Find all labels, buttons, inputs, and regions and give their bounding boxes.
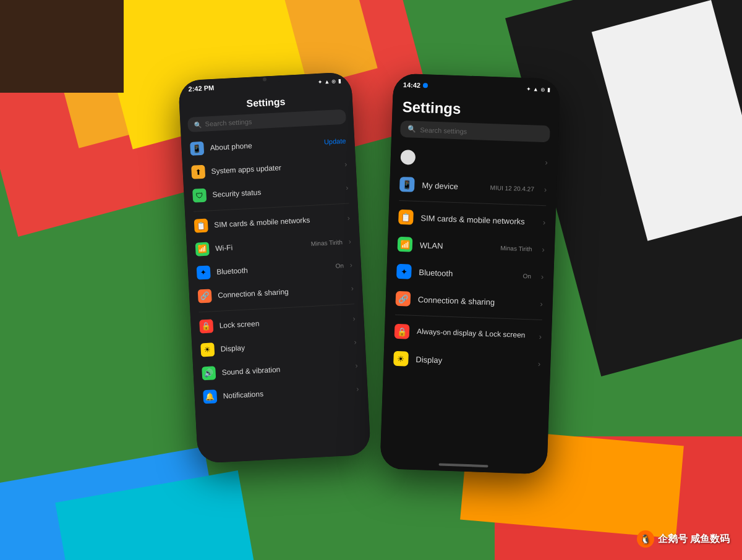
right-bluetooth-value: On — [522, 272, 531, 279]
watermark-icon: 🐧 — [637, 530, 654, 548]
display-label: Display — [220, 338, 348, 354]
left-search-placeholder: Search settings — [205, 118, 252, 128]
right-bluetooth-icon: ✦ — [526, 86, 531, 92]
left-search-icon: 🔍 — [194, 121, 202, 128]
circle-arrow: › — [545, 158, 548, 167]
about-phone-label: About phone — [210, 138, 318, 152]
lockscreen-arrow: › — [352, 314, 356, 323]
right-wifi-icon: ⊛ — [540, 87, 545, 93]
right-sim-label: SIM cards & mobile networks — [420, 213, 533, 226]
right-sim-icon: 📋 — [398, 210, 414, 225]
about-phone-icon: 📱 — [190, 142, 204, 156]
notifications-label: Notifications — [223, 385, 350, 401]
right-connection-label: Connection & sharing — [418, 295, 531, 308]
sound-label: Sound & vibration — [221, 362, 349, 377]
bluetooth-label: Bluetooth — [216, 261, 330, 276]
right-status-icons: ✦ ▲ ⊛ ▮ — [526, 86, 550, 93]
mydevice-version: MIUI 12 20.4.27 — [490, 184, 534, 192]
bluetooth-icon: ✦ — [317, 79, 323, 85]
left-section-3: 🔒 Lock screen › ☀ Display › — [190, 307, 369, 409]
security-icon: 🛡 — [192, 189, 207, 203]
sim-label: SIM cards & mobile networks — [214, 214, 341, 229]
right-aod-icon: 🔒 — [394, 324, 410, 339]
right-home-indicator[interactable] — [438, 463, 488, 467]
left-screen-content: Settings 🔍 Search settings 📱 About phone — [179, 87, 371, 464]
sim-text: SIM cards & mobile networks — [214, 214, 341, 229]
notifications-text: Notifications — [223, 385, 350, 401]
sim-icon: 📋 — [194, 219, 208, 233]
left-status-icons: ✦ ▲ ⊛ ▮ — [317, 78, 341, 85]
bluetooth-settings-icon: ✦ — [197, 265, 211, 279]
security-label: Security status — [212, 184, 339, 199]
wifi-arrow: › — [349, 237, 352, 245]
left-camera — [263, 77, 267, 81]
system-apps-icon: ⬆ — [191, 165, 205, 179]
lockscreen-label: Lock screen — [219, 315, 346, 330]
right-section-3: 🔒 Always-on display & Lock screen › ☀ Di… — [383, 317, 552, 377]
connection-text: Connection & sharing — [218, 284, 345, 300]
connection-icon: 🔗 — [198, 289, 212, 303]
right-display-icon: ☀ — [393, 351, 409, 367]
about-phone-value: Update — [324, 137, 346, 146]
connection-label: Connection & sharing — [218, 284, 345, 300]
right-screen-content: Settings 🔍 Search settings › 📱 My de — [380, 90, 560, 474]
left-time: 2:42 PM — [188, 84, 214, 93]
right-display-arrow: › — [538, 358, 541, 368]
left-settings-list: 📱 About phone Update ⬆ System apps updat… — [181, 129, 371, 464]
scene: 2:42 PM ✦ ▲ ⊛ ▮ Settings 🔍 Sear — [0, 0, 742, 560]
right-section-1: › 📱 My device MIUI 12 20.4.27 › — [390, 143, 558, 203]
right-search-icon: 🔍 — [407, 125, 416, 133]
security-arrow: › — [346, 184, 349, 192]
right-phone: 14:42 ✦ ▲ ⊛ ▮ Settings 🔍 Search settings — [380, 73, 560, 474]
sound-icon: 🔊 — [202, 366, 216, 380]
sim-arrow: › — [348, 214, 351, 223]
left-section-2: 📋 SIM cards & mobile networks › 📶 Wi-Fi — [185, 206, 363, 308]
right-wlan-arrow: › — [542, 245, 545, 254]
right-connection-icon: 🔗 — [395, 291, 411, 307]
right-item-mydevice[interactable]: 📱 My device MIUI 12 20.4.27 › — [390, 170, 557, 203]
display-arrow: › — [354, 337, 357, 346]
lockscreen-icon: 🔒 — [199, 319, 213, 333]
right-aod-arrow: › — [539, 331, 542, 341]
bluetooth-text: Bluetooth — [216, 261, 330, 276]
right-connection-arrow: › — [540, 299, 543, 308]
right-battery-icon: ▮ — [547, 87, 550, 93]
right-wlan-icon: 📶 — [398, 237, 413, 252]
right-bluetooth-arrow: › — [541, 272, 544, 281]
notifications-arrow: › — [356, 384, 359, 393]
wifi-label: Wi-Fi — [215, 239, 305, 253]
wifi-settings-icon: 📶 — [195, 242, 210, 257]
connection-arrow: › — [351, 284, 354, 292]
notifications-icon: 🔔 — [203, 389, 217, 404]
bluetooth-value: On — [335, 262, 344, 269]
system-apps-label: System apps updater — [211, 160, 338, 176]
left-phone: 2:42 PM ✦ ▲ ⊛ ▮ Settings 🔍 Sear — [178, 72, 371, 464]
security-text: Security status — [212, 184, 339, 199]
right-spacer — [380, 371, 550, 463]
right-section-2: 📋 SIM cards & mobile networks › 📶 WLAN M… — [385, 203, 556, 317]
right-status-left: 14:42 — [403, 81, 429, 89]
sound-arrow: › — [355, 361, 358, 370]
right-bluetooth-settings-icon: ✦ — [396, 264, 412, 279]
battery-icon: ▮ — [338, 78, 342, 84]
bluetooth-arrow: › — [350, 260, 353, 269]
left-section-1: 📱 About phone Update ⬆ System apps updat… — [181, 129, 358, 208]
circle-label — [423, 158, 535, 161]
left-phone-screen: 2:42 PM ✦ ▲ ⊛ ▮ Settings 🔍 Sear — [178, 72, 371, 464]
display-icon: ☀ — [200, 342, 215, 357]
mydevice-label: My device — [422, 180, 483, 192]
watermark-text: 企鹅号 咸鱼数码 — [658, 533, 730, 546]
system-apps-text: System apps updater — [211, 160, 338, 176]
mydevice-arrow: › — [544, 185, 547, 194]
signal-icon: ▲ — [324, 78, 330, 85]
right-search-placeholder: Search settings — [420, 126, 467, 135]
right-item-connection[interactable]: 🔗 Connection & sharing › — [385, 284, 553, 317]
right-dot — [423, 83, 428, 88]
mydevice-icon: 📱 — [399, 177, 415, 192]
right-aod-label: Always-on display & Lock screen — [417, 327, 529, 341]
right-sim-arrow: › — [543, 218, 546, 227]
right-wlan-label: WLAN — [420, 240, 493, 252]
about-phone-text: About phone — [210, 138, 318, 152]
right-time: 14:42 — [403, 81, 421, 89]
right-sim-icon: ▲ — [533, 86, 539, 92]
